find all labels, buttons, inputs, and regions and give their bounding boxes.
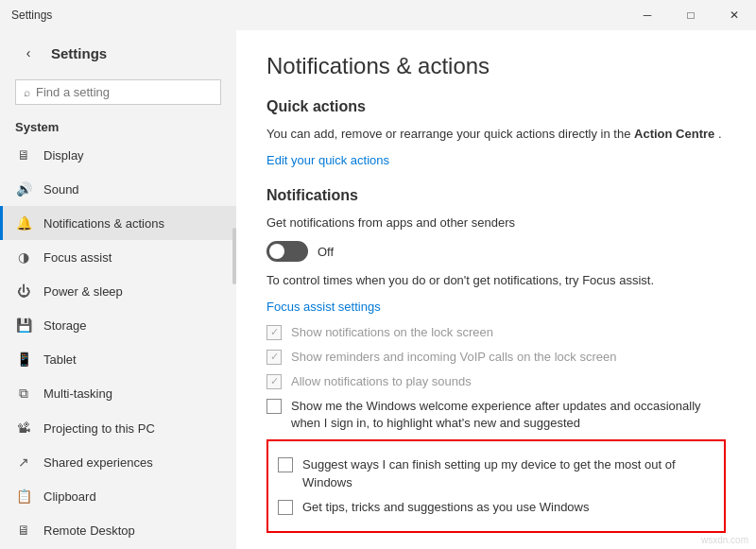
sidebar-item-storage[interactable]: 💾 Storage: [0, 308, 236, 342]
page-title: Notifications & actions: [266, 53, 726, 79]
quick-actions-title: Quick actions: [266, 98, 726, 115]
watermark: wsxdn.com: [701, 535, 748, 545]
sidebar: ‹ Settings ⌕ System 🖥 Display 🔊 Sound 🔔 …: [0, 30, 236, 549]
checkbox-suggest-box[interactable]: [278, 457, 293, 472]
edit-quick-actions-link[interactable]: Edit your quick actions: [266, 153, 389, 167]
display-icon: 🖥: [15, 147, 32, 163]
sidebar-item-power[interactable]: ⏻ Power & sleep: [0, 274, 236, 308]
maximize-button[interactable]: □: [669, 0, 713, 30]
sidebar-item-label: Multi-tasking: [43, 386, 112, 401]
checkbox-voip-label: Show reminders and incoming VoIP calls o…: [291, 349, 616, 366]
projecting-icon: 📽: [15, 420, 32, 436]
toggle-label: Off: [318, 245, 334, 259]
highlighted-checkboxes-box: Suggest ways I can finish setting up my …: [266, 439, 726, 533]
sidebar-item-label: Sound: [43, 182, 79, 197]
checkbox-lock-screen: Show notifications on the lock screen: [266, 324, 726, 341]
checkbox-sounds: Allow notifications to play sounds: [266, 373, 726, 390]
close-button[interactable]: ✕: [713, 0, 756, 30]
sidebar-item-sound[interactable]: 🔊 Sound: [0, 172, 236, 206]
search-box[interactable]: ⌕: [15, 79, 221, 105]
get-notifications-label: Get notifications from apps and other se…: [266, 214, 726, 232]
focus-icon: ◑: [15, 249, 32, 265]
control-times-text: To control times when you do or don't ge…: [266, 271, 726, 290]
sidebar-item-shared[interactable]: ↗ Shared experiences: [0, 445, 236, 479]
clipboard-icon: 📋: [15, 489, 32, 504]
titlebar-controls: ─ □ ✕: [626, 0, 756, 30]
app-body: ‹ Settings ⌕ System 🖥 Display 🔊 Sound 🔔 …: [0, 30, 756, 549]
titlebar: Settings ─ □ ✕: [0, 0, 756, 30]
storage-icon: 💾: [15, 317, 32, 333]
checkbox-lock-screen-box[interactable]: [266, 325, 282, 340]
sidebar-section-label: System: [0, 112, 236, 138]
search-input[interactable]: [36, 85, 213, 99]
focus-assist-link[interactable]: Focus assist settings: [266, 300, 381, 314]
sidebar-header: ‹ Settings: [0, 30, 236, 76]
notifications-title: Notifications: [266, 187, 726, 204]
checkbox-sounds-box[interactable]: [266, 374, 282, 389]
checkbox-suggest-label: Suggest ways I can finish setting up my …: [302, 456, 714, 490]
quick-actions-desc-end: .: [718, 127, 722, 141]
sidebar-item-display[interactable]: 🖥 Display: [0, 138, 236, 172]
remote-icon: 🖥: [15, 523, 32, 538]
checkbox-voip: Show reminders and incoming VoIP calls o…: [266, 349, 726, 366]
shared-icon: ↗: [15, 455, 32, 470]
sidebar-item-focus[interactable]: ◑ Focus assist: [0, 240, 236, 274]
sidebar-item-remote[interactable]: 🖥 Remote Desktop: [0, 513, 236, 547]
checkbox-welcome: Show me the Windows welcome experience a…: [266, 398, 726, 432]
sidebar-item-label: Remote Desktop: [43, 523, 135, 538]
checkbox-sounds-label: Allow notifications to play sounds: [291, 373, 472, 390]
search-icon: ⌕: [24, 86, 30, 99]
sidebar-item-label: Display: [43, 148, 84, 163]
sidebar-item-label: Projecting to this PC: [43, 421, 155, 436]
sound-icon: 🔊: [15, 181, 32, 197]
checkbox-lock-screen-label: Show notifications on the lock screen: [291, 324, 493, 341]
main-content: Notifications & actions Quick actions Yo…: [236, 30, 756, 549]
quick-actions-desc-bold: Action Centre: [634, 127, 714, 141]
sidebar-item-label: Tablet: [43, 352, 77, 367]
checkbox-tips-box[interactable]: [278, 500, 293, 515]
notifications-section: Notifications Get notifications from app…: [266, 187, 726, 550]
sidebar-item-tablet[interactable]: 📱 Tablet: [0, 342, 236, 376]
power-icon: ⏻: [15, 283, 32, 299]
sidebar-item-label: Notifications & actions: [43, 216, 164, 231]
quick-actions-section: Quick actions You can add, remove or rea…: [266, 98, 726, 168]
sidebar-item-projecting[interactable]: 📽 Projecting to this PC: [0, 411, 236, 445]
sidebar-item-label: Storage: [43, 318, 87, 333]
checkbox-tips-label: Get tips, tricks and suggestions as you …: [302, 499, 589, 516]
quick-actions-desc-text: You can add, remove or rearrange your qu…: [266, 127, 630, 141]
checkbox-suggest-ways: Suggest ways I can finish setting up my …: [278, 456, 714, 490]
titlebar-title: Settings: [11, 9, 52, 22]
minimize-button[interactable]: ─: [626, 0, 669, 30]
multitask-icon: ⧉: [15, 386, 32, 402]
notifications-toggle[interactable]: [266, 241, 308, 262]
sidebar-item-label: Power & sleep: [43, 284, 123, 299]
sidebar-item-notifications[interactable]: 🔔 Notifications & actions: [0, 206, 236, 240]
checkbox-get-tips: Get tips, tricks and suggestions as you …: [278, 499, 714, 516]
sidebar-app-title: Settings: [51, 45, 107, 61]
checkbox-voip-box[interactable]: [266, 350, 282, 365]
back-button[interactable]: ‹: [15, 40, 42, 66]
checkbox-welcome-box[interactable]: [266, 399, 282, 414]
sidebar-item-label: Focus assist: [43, 250, 112, 265]
sidebar-item-label: Clipboard: [43, 489, 96, 504]
tablet-icon: 📱: [15, 352, 32, 367]
sidebar-item-clipboard[interactable]: 📋 Clipboard: [0, 479, 236, 513]
control-times-label: To control times when you do or don't ge…: [266, 273, 654, 287]
sidebar-item-label: Shared experiences: [43, 455, 153, 470]
sidebar-item-multitask[interactable]: ⧉ Multi-tasking: [0, 376, 236, 411]
checkbox-welcome-label: Show me the Windows welcome experience a…: [291, 398, 726, 432]
notifications-icon: 🔔: [15, 215, 32, 231]
toggle-row: Off: [266, 241, 726, 262]
quick-actions-desc: You can add, remove or rearrange your qu…: [266, 125, 726, 144]
